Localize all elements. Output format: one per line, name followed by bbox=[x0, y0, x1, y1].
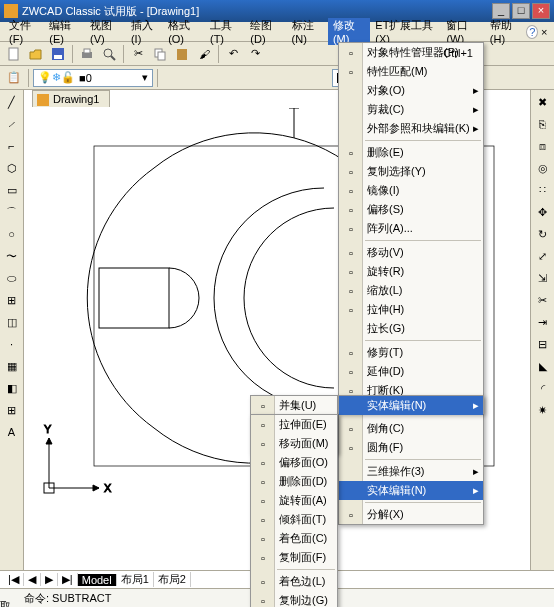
insert-tool[interactable]: ⊞ bbox=[2, 290, 22, 310]
trim-tool[interactable]: ✂ bbox=[533, 290, 553, 310]
minimize-button[interactable]: _ bbox=[492, 3, 510, 19]
menu-window[interactable]: 窗口(W) bbox=[441, 18, 484, 45]
menu-item[interactable]: ▫旋转(R) bbox=[339, 262, 483, 281]
point-tool[interactable]: · bbox=[2, 334, 22, 354]
menu-item[interactable]: ▫复制边(G) bbox=[251, 591, 337, 607]
menu-item[interactable]: ▫对象特性管理器(P)Ctrl+1 bbox=[339, 43, 483, 62]
block-tool[interactable]: ◫ bbox=[2, 312, 22, 332]
fillet-tool[interactable]: ◜ bbox=[533, 378, 553, 398]
hatch-tool[interactable]: ▦ bbox=[2, 356, 22, 376]
menu-item[interactable]: ▫修剪(T) bbox=[339, 343, 483, 362]
menu-item[interactable]: ▫着色面(C) bbox=[251, 529, 337, 548]
menu-item[interactable]: 拉长(G) bbox=[339, 319, 483, 338]
offset-tool[interactable]: ◎ bbox=[533, 158, 553, 178]
open-button[interactable] bbox=[26, 44, 46, 64]
menu-item[interactable]: ▫分解(X) bbox=[339, 505, 483, 524]
menubar[interactable]: 文件(F) 编辑(E) 视图(V) 插入(I) 格式(O) 工具(T) 绘图(D… bbox=[0, 22, 554, 42]
tab-layout2[interactable]: 布局2 bbox=[154, 572, 191, 587]
stretch-tool[interactable]: ⇲ bbox=[533, 268, 553, 288]
break-tool[interactable]: ⊟ bbox=[533, 334, 553, 354]
menu-item[interactable]: ▫复制面(F) bbox=[251, 548, 337, 567]
modify-menu[interactable]: ▫对象特性管理器(P)Ctrl+1▫特性匹配(M)对象(O)▸剪裁(C)▸外部参… bbox=[338, 42, 484, 525]
menu-item[interactable]: ▫删除(E) bbox=[339, 143, 483, 162]
region-tool[interactable]: ◧ bbox=[2, 378, 22, 398]
menu-item[interactable]: ▫偏移面(O) bbox=[251, 453, 337, 472]
menu-item[interactable]: ▫拉伸面(E) bbox=[251, 415, 337, 434]
menu-item[interactable]: ▫复制选择(Y) bbox=[339, 162, 483, 181]
new-button[interactable] bbox=[4, 44, 24, 64]
layer-manager-button[interactable]: 📋 bbox=[4, 68, 24, 88]
menu-item[interactable]: ▫着色边(L) bbox=[251, 572, 337, 591]
table-tool[interactable]: ⊞ bbox=[2, 400, 22, 420]
menu-item[interactable]: ▫删除面(D) bbox=[251, 472, 337, 491]
menu-modify[interactable]: 修改(M) bbox=[328, 18, 370, 45]
tab-nav-prev[interactable]: ◀ bbox=[24, 573, 41, 586]
solidedit-item[interactable]: 实体编辑(N)▸ bbox=[339, 396, 483, 415]
menu-item[interactable]: ▫镜像(I) bbox=[339, 181, 483, 200]
polygon-tool[interactable]: ⬡ bbox=[2, 158, 22, 178]
spline-tool[interactable]: 〜 bbox=[2, 246, 22, 266]
maximize-button[interactable]: □ bbox=[512, 3, 530, 19]
ellipse-tool[interactable]: ⬭ bbox=[2, 268, 22, 288]
menu-item[interactable]: ▫并集(U) bbox=[251, 396, 337, 415]
line-tool[interactable]: ╱ bbox=[2, 92, 22, 112]
solidedit-submenu[interactable]: ▫拉伸面(E)▫移动面(M)▫偏移面(O)▫删除面(D)▫旋转面(A)▫倾斜面(… bbox=[250, 414, 338, 607]
tab-model[interactable]: Model bbox=[78, 574, 117, 586]
menu-item[interactable]: ▫圆角(F) bbox=[339, 438, 483, 457]
menu-item[interactable]: ▫阵列(A)... bbox=[339, 219, 483, 238]
tab-nav-next[interactable]: ▶ bbox=[41, 573, 58, 586]
menu-tools[interactable]: 工具(T) bbox=[205, 18, 245, 45]
chamfer-tool[interactable]: ◣ bbox=[533, 356, 553, 376]
menu-item[interactable]: 三维操作(3)▸ bbox=[339, 462, 483, 481]
array-tool[interactable]: ∷ bbox=[533, 180, 553, 200]
scale-tool[interactable]: ⤢ bbox=[533, 246, 553, 266]
solidedit-bridge[interactable]: 实体编辑(N)▸ bbox=[338, 395, 484, 414]
document-tab[interactable]: Drawing1 bbox=[32, 90, 110, 107]
cmd-toggle-icon[interactable]: 取消 bbox=[0, 599, 20, 608]
explode-tool[interactable]: ✷ bbox=[533, 400, 553, 420]
menu-format[interactable]: 格式(O) bbox=[163, 18, 205, 45]
menu-item[interactable]: ▫旋转面(A) bbox=[251, 491, 337, 510]
menu-item[interactable]: 剪裁(C)▸ bbox=[339, 100, 483, 119]
undo-button[interactable]: ↶ bbox=[223, 44, 243, 64]
menu-edit[interactable]: 编辑(E) bbox=[44, 18, 85, 45]
paste-button[interactable] bbox=[172, 44, 192, 64]
xline-tool[interactable]: ⟋ bbox=[2, 114, 22, 134]
menu-item[interactable]: ▫拉伸(H) bbox=[339, 300, 483, 319]
menu-item[interactable]: ▫倒角(C) bbox=[339, 419, 483, 438]
tab-layout1[interactable]: 布局1 bbox=[117, 572, 154, 587]
extend-tool[interactable]: ⇥ bbox=[533, 312, 553, 332]
redo-button[interactable]: ↷ bbox=[245, 44, 265, 64]
menu-item[interactable]: ▫缩放(L) bbox=[339, 281, 483, 300]
rotate-tool[interactable]: ↻ bbox=[533, 224, 553, 244]
print-button[interactable] bbox=[77, 44, 97, 64]
menu-view[interactable]: 视图(V) bbox=[85, 18, 126, 45]
menu-item[interactable]: ▫延伸(D) bbox=[339, 362, 483, 381]
menu-item[interactable]: ▫倾斜面(T) bbox=[251, 510, 337, 529]
copy-button[interactable] bbox=[150, 44, 170, 64]
menu-item[interactable]: 外部参照和块编辑(K)▸ bbox=[339, 119, 483, 138]
menu-item[interactable]: ▫偏移(S) bbox=[339, 200, 483, 219]
close-button[interactable]: × bbox=[532, 3, 550, 19]
close-doc-button[interactable]: × bbox=[538, 26, 550, 38]
tab-nav-first[interactable]: |◀ bbox=[4, 573, 24, 586]
move-tool[interactable]: ✥ bbox=[533, 202, 553, 222]
preview-button[interactable] bbox=[99, 44, 119, 64]
menu-item[interactable]: 对象(O)▸ bbox=[339, 81, 483, 100]
rectangle-tool[interactable]: ▭ bbox=[2, 180, 22, 200]
menu-item[interactable]: ▫移动(V) bbox=[339, 243, 483, 262]
menu-item[interactable]: ▫特性匹配(M) bbox=[339, 62, 483, 81]
matchprop-button[interactable]: 🖌 bbox=[194, 44, 214, 64]
menu-file[interactable]: 文件(F) bbox=[4, 18, 44, 45]
arc-tool[interactable]: ⌒ bbox=[2, 202, 22, 222]
copy-tool[interactable]: ⎘ bbox=[533, 114, 553, 134]
cut-button[interactable]: ✂ bbox=[128, 44, 148, 64]
menu-et[interactable]: ET扩展工具(X) bbox=[370, 18, 441, 45]
menu-item[interactable]: 实体编辑(N)▸ bbox=[339, 481, 483, 500]
save-button[interactable] bbox=[48, 44, 68, 64]
menu-draw[interactable]: 绘图(D) bbox=[245, 18, 286, 45]
menu-dimension[interactable]: 标注(N) bbox=[287, 18, 328, 45]
text-tool[interactable]: A bbox=[2, 422, 22, 442]
menu-insert[interactable]: 插入(I) bbox=[126, 18, 163, 45]
menu-item[interactable]: ▫移动面(M) bbox=[251, 434, 337, 453]
